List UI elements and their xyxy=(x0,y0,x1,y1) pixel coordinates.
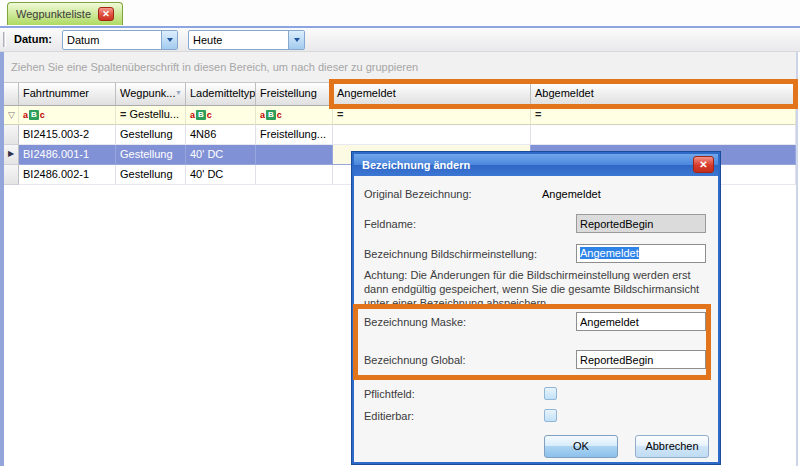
equals-icon: = xyxy=(535,108,541,120)
header-freistellung[interactable]: Freistellung xyxy=(256,82,333,106)
group-by-panel[interactable]: Ziehen Sie eine Spaltenüberschrift in di… xyxy=(4,52,796,82)
header-abgemeldet[interactable]: Abgemeldet xyxy=(531,82,796,106)
filter-indicator: ▽ xyxy=(4,106,19,125)
tab-close-icon[interactable]: ✕ xyxy=(98,7,114,21)
equals-icon: = xyxy=(337,108,343,120)
filter-funnel-icon[interactable]: ▼ xyxy=(175,89,182,96)
chevron-down-icon xyxy=(294,38,300,42)
filter-angemeldet[interactable]: = xyxy=(333,106,531,125)
datum-range-value: Heute xyxy=(193,34,222,46)
combo-dropdown-button[interactable] xyxy=(161,31,177,49)
toolbar-grip[interactable] xyxy=(3,32,6,47)
grid-header-row: Fahrtnummer Wegpunk... ▼ Lademitteltyp F… xyxy=(4,82,796,106)
dialog-title: Bezeichnung ändern xyxy=(362,159,470,171)
feldname-field xyxy=(576,214,706,233)
cell-freistellung[interactable] xyxy=(256,165,333,185)
table-row[interactable]: BI2415.003-2 Gestellung 4N86 Freistellun… xyxy=(4,125,796,145)
filter-wegpunkt[interactable]: = Gestellu... xyxy=(116,106,186,125)
cell-wegpunkt[interactable]: Gestellung xyxy=(116,165,186,185)
filter-lademitteltyp[interactable]: aBc xyxy=(186,106,256,125)
window-right-border xyxy=(796,52,798,466)
bildschirm-selected-text: Angemeldet xyxy=(580,247,639,259)
abc-filter-icon: aBc xyxy=(190,110,212,120)
row-indicator xyxy=(4,165,19,185)
abc-filter-icon: aBc xyxy=(260,110,282,120)
group-by-hint: Ziehen Sie eine Spaltenüberschrift in di… xyxy=(11,61,418,73)
bildschirm-label: Bezeichnung Bildschirmeinstellung: xyxy=(364,248,537,260)
combo-dropdown-button[interactable] xyxy=(288,31,304,49)
pflichtfeld-checkbox[interactable] xyxy=(544,387,557,400)
datum-range-combobox[interactable]: Heute xyxy=(188,30,305,50)
cell-freistellung[interactable] xyxy=(256,145,333,165)
header-wegpunkt[interactable]: Wegpunk... ▼ xyxy=(116,82,186,106)
header-lademitteltyp[interactable]: Lademitteltyp xyxy=(186,82,256,106)
global-field[interactable] xyxy=(576,350,706,369)
warning-text: Achtung: Die Änderungen für die Bildschi… xyxy=(364,268,712,310)
ok-button[interactable]: OK xyxy=(544,435,618,458)
editierbar-checkbox[interactable] xyxy=(544,409,557,422)
tab-bar: Wegpunkteliste ✕ xyxy=(0,0,800,26)
dialog-title-bar[interactable]: Bezeichnung ändern ✕ xyxy=(354,154,718,176)
cell-freistellung[interactable]: Freistellung... xyxy=(256,125,333,145)
filter-wegpunkt-value: Gestellu... xyxy=(130,108,180,120)
cell-fahrtnummer[interactable]: BI2415.003-2 xyxy=(19,125,116,145)
tab-wegpunkteliste[interactable]: Wegpunkteliste ✕ xyxy=(7,2,123,25)
cell-angemeldet[interactable] xyxy=(333,125,531,145)
cell-lademitteltyp[interactable]: 40' DC xyxy=(186,145,256,165)
tab-label: Wegpunkteliste xyxy=(16,8,91,20)
cancel-button[interactable]: Abbrechen xyxy=(635,435,709,458)
pflichtfeld-label: Pflichtfeld: xyxy=(364,388,415,400)
cell-abgemeldet[interactable] xyxy=(531,125,796,145)
grid-filter-row: ▽ aBc = Gestellu... aBc aBc = = xyxy=(4,106,796,125)
cell-wegpunkt[interactable]: Gestellung xyxy=(116,145,186,165)
filter-abgemeldet[interactable]: = xyxy=(531,106,796,125)
abc-filter-icon: aBc xyxy=(23,110,45,120)
header-indicator xyxy=(4,82,19,106)
maske-field[interactable] xyxy=(576,312,706,331)
header-fahrtnummer[interactable]: Fahrtnummer xyxy=(19,82,116,106)
global-label: Bezeichnung Global: xyxy=(364,354,466,366)
chevron-down-icon xyxy=(167,38,173,42)
original-bezeichnung-label: Original Bezeichnung: xyxy=(364,188,472,200)
cell-lademitteltyp[interactable]: 40' DC xyxy=(186,165,256,185)
feldname-label: Feldname: xyxy=(364,218,416,230)
original-bezeichnung-value: Angemeldet xyxy=(542,188,601,200)
bezeichnung-aendern-dialog: Bezeichnung ändern ✕ Original Bezeichnun… xyxy=(352,152,720,464)
datum-label: Datum: xyxy=(14,33,52,45)
datum-field-value: Datum xyxy=(67,34,99,46)
maske-label: Bezeichnung Maske: xyxy=(364,316,466,328)
row-indicator-arrow: ▶ xyxy=(4,145,19,165)
datum-field-combobox[interactable]: Datum xyxy=(62,30,178,50)
header-angemeldet[interactable]: Angemeldet xyxy=(333,82,531,106)
funnel-icon: ▽ xyxy=(8,110,15,120)
equals-icon: = xyxy=(120,108,126,120)
row-indicator xyxy=(4,125,19,145)
filter-fahrtnummer[interactable]: aBc xyxy=(19,106,116,125)
cell-wegpunkt[interactable]: Gestellung xyxy=(116,125,186,145)
filter-freistellung[interactable]: aBc xyxy=(256,106,333,125)
cell-fahrtnummer[interactable]: BI2486.002-1 xyxy=(19,165,116,185)
dialog-body: Original Bezeichnung: Angemeldet Feldnam… xyxy=(354,176,718,462)
cell-fahrtnummer[interactable]: BI2486.001-1 xyxy=(19,145,116,165)
editierbar-label: Editierbar: xyxy=(364,410,414,422)
bildschirm-field[interactable]: Angemeldet xyxy=(576,244,706,263)
header-wegpunkt-label: Wegpunk... xyxy=(120,87,175,99)
dialog-close-icon[interactable]: ✕ xyxy=(693,156,714,173)
cell-lademitteltyp[interactable]: 4N86 xyxy=(186,125,256,145)
